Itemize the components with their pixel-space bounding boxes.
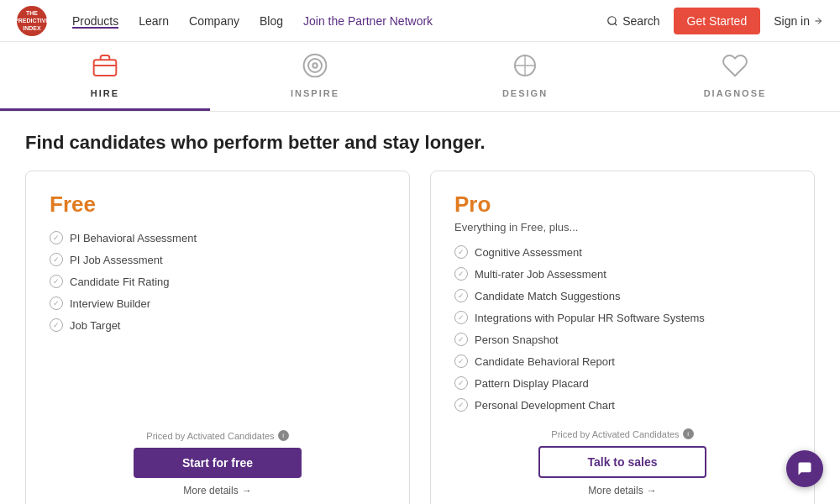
check-icon: ✓	[50, 275, 63, 288]
signin-link[interactable]: Sign in	[774, 14, 823, 28]
tab-hire[interactable]: HIRE	[0, 42, 210, 111]
nav-company[interactable]: Company	[189, 14, 239, 28]
svg-point-5	[304, 55, 327, 77]
tab-diagnose[interactable]: DIAGNOSE	[630, 42, 840, 111]
list-item: ✓ Personal Development Chart	[454, 398, 790, 412]
tab-design[interactable]: DESIGN	[420, 42, 630, 111]
get-started-button[interactable]: Get Started	[674, 8, 761, 34]
pro-feature-list: ✓ Cognitive Assessment ✓ Multi-rater Job…	[454, 245, 790, 412]
list-item: ✓ Multi-rater Job Assessment	[454, 267, 790, 281]
list-item: ✓ PI Behavioral Assessment	[50, 231, 386, 244]
main-nav: THEPREDICTIVEINDEX Products Learn Compan…	[0, 0, 840, 42]
product-tabs: HIRE INSPIRE DESIGN DIAGNOSE	[0, 42, 840, 112]
check-icon: ✓	[454, 376, 468, 390]
list-item: ✓ Candidate Fit Rating	[50, 275, 386, 288]
pro-priced-by: Priced by Activated Candidates i	[551, 428, 693, 439]
svg-rect-3	[94, 60, 117, 76]
check-icon: ✓	[454, 245, 468, 259]
logo-circle: THEPREDICTIVEINDEX	[17, 6, 47, 36]
target-icon	[302, 52, 328, 85]
main-content: Find candidates who perform better and s…	[0, 112, 840, 504]
arrow-right-icon	[813, 16, 823, 26]
briefcase-icon	[92, 52, 118, 85]
circle-icon	[512, 52, 538, 85]
arrow-icon: →	[647, 485, 657, 496]
chat-icon	[796, 460, 813, 477]
list-item: ✓ Person Snapshot	[454, 333, 790, 346]
tab-diagnose-label: DIAGNOSE	[704, 88, 767, 98]
nav-blog[interactable]: Blog	[260, 14, 283, 28]
tab-inspire-label: INSPIRE	[291, 88, 339, 98]
check-icon: ✓	[50, 253, 63, 266]
tab-design-label: DESIGN	[502, 88, 548, 98]
list-item: ✓ Cognitive Assessment	[454, 245, 790, 259]
check-icon: ✓	[454, 311, 468, 324]
nav-products[interactable]: Products	[72, 14, 118, 28]
free-title: Free	[50, 192, 386, 218]
search-button[interactable]: Search	[606, 14, 659, 28]
free-card: Free ✓ PI Behavioral Assessment ✓ PI Job…	[25, 171, 410, 504]
chat-button[interactable]	[786, 450, 823, 487]
list-item: ✓ Candidate Match Suggestions	[454, 289, 790, 302]
list-item: ✓ Interview Builder	[50, 297, 386, 310]
free-card-footer: Priced by Activated Candidates i Start f…	[50, 430, 386, 496]
list-item: ✓ Candidate Behavioral Report	[454, 354, 790, 368]
tab-inspire[interactable]: INSPIRE	[210, 42, 420, 111]
free-priced-by: Priced by Activated Candidates i	[146, 430, 288, 441]
pro-card: Pro Everything in Free, plus... ✓ Cognit…	[430, 171, 815, 504]
tab-hire-label: HIRE	[91, 88, 119, 98]
pro-subtitle: Everything in Free, plus...	[454, 221, 790, 234]
svg-point-6	[308, 59, 322, 72]
check-icon: ✓	[454, 354, 468, 368]
check-icon: ✓	[50, 231, 63, 244]
svg-point-7	[312, 63, 317, 67]
nav-right: Search Get Started Sign in	[606, 8, 823, 34]
heart-icon	[722, 52, 748, 85]
logo[interactable]: THEPREDICTIVEINDEX	[17, 6, 47, 36]
page-headline: Find candidates who perform better and s…	[25, 132, 815, 154]
check-icon: ✓	[50, 318, 63, 332]
list-item: ✓ Job Target	[50, 318, 386, 332]
list-item: ✓ PI Job Assessment	[50, 253, 386, 266]
svg-line-1	[615, 23, 617, 25]
nav-learn[interactable]: Learn	[139, 14, 169, 28]
info-icon[interactable]: i	[278, 430, 289, 441]
nav-links: Products Learn Company Blog Join the Par…	[72, 14, 606, 28]
search-icon	[606, 15, 618, 27]
pro-more-details[interactable]: More details →	[588, 485, 656, 496]
pro-title: Pro	[454, 192, 790, 218]
pro-card-footer: Priced by Activated Candidates i Talk to…	[454, 428, 790, 496]
check-icon: ✓	[50, 297, 63, 310]
start-free-button[interactable]: Start for free	[134, 448, 302, 478]
list-item: ✓ Pattern Display Placard	[454, 376, 790, 390]
arrow-icon: →	[242, 485, 252, 496]
talk-to-sales-button[interactable]: Talk to sales	[538, 446, 706, 478]
nav-partner[interactable]: Join the Partner Network	[303, 14, 433, 28]
svg-point-0	[608, 16, 616, 24]
check-icon: ✓	[454, 333, 468, 346]
check-icon: ✓	[454, 289, 468, 302]
free-feature-list: ✓ PI Behavioral Assessment ✓ PI Job Asse…	[50, 231, 386, 413]
check-icon: ✓	[454, 267, 468, 281]
list-item: ✓ Integrations with Popular HR Software …	[454, 311, 790, 324]
free-more-details[interactable]: More details →	[183, 485, 251, 496]
pricing-cards: Free ✓ PI Behavioral Assessment ✓ PI Job…	[25, 171, 815, 504]
check-icon: ✓	[454, 398, 468, 412]
info-icon[interactable]: i	[683, 428, 694, 439]
